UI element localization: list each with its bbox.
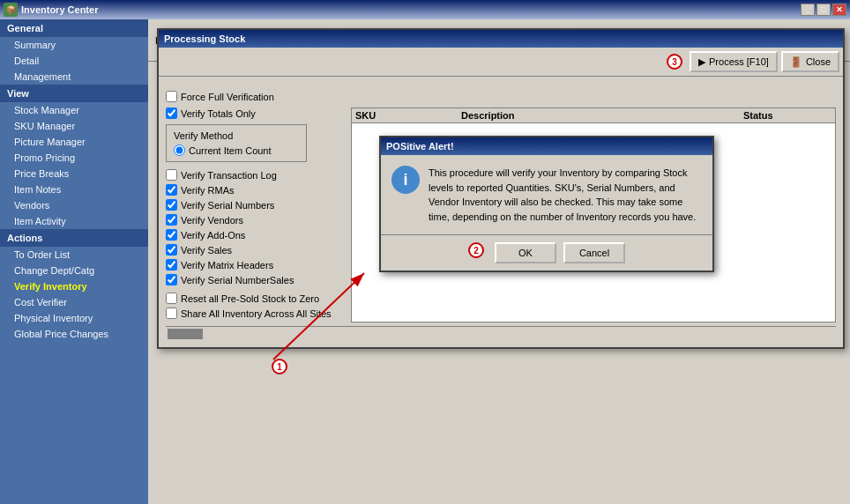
close-icon: 🚪 [790, 56, 802, 68]
verify-method-option-row: Current Item Count [174, 145, 299, 156]
sidebar-item-management[interactable]: Management [0, 69, 148, 85]
cb-verify-sales: Verify Sales [166, 244, 342, 256]
dialog-title: Processing Stock [159, 30, 843, 48]
current-item-count-radio[interactable] [174, 145, 185, 156]
step-3-indicator: 3 [667, 54, 682, 70]
cb-share-inventory: Share All Inventory Across All Sites [166, 308, 342, 319]
alert-buttons: 2 OK Cancel [381, 234, 712, 271]
window-controls[interactable]: _ □ ✕ [801, 4, 846, 16]
sidebar-actions-header: Actions [0, 229, 148, 247]
sidebar-item-change-dept[interactable]: Change Dept/Catg [0, 263, 148, 278]
verify-totals-label: Verify Totals Only [181, 108, 256, 119]
close-window-btn[interactable]: ✕ [832, 4, 846, 16]
verify-vendors-cb[interactable] [166, 214, 177, 226]
verify-serial-numbers-cb[interactable] [166, 199, 177, 211]
cb-verify-serial-numbers: Verify Serial Numbers [166, 199, 342, 211]
verify-totals-row: Verify Totals Only [166, 107, 342, 119]
cb-verify-serial-numbersales: Verify Serial NumberSales [166, 274, 342, 285]
verify-method-title: Verify Method [174, 130, 299, 141]
process-icon: ▶ [698, 56, 705, 68]
main-container: General Summary Detail Management View S… [0, 19, 850, 504]
content-area: Locate: Go ? ◁ ▷ AA ⊞ ⊟ ▦ □ ✉ Sell No. S… [148, 19, 850, 504]
sidebar-item-summary[interactable]: Summary [0, 37, 148, 53]
cb-verify-addons: Verify Add-Ons [166, 229, 342, 241]
table-header-row: SKU Description Status [352, 108, 835, 123]
sidebar-item-stock-manager[interactable]: Stock Manager [0, 102, 148, 118]
sidebar-item-vendors[interactable]: Vendors [0, 197, 148, 213]
cb-verify-rmas: Verify RMAs [166, 184, 342, 196]
reset-presold-cb[interactable] [166, 293, 177, 304]
app-title: Inventory Center [21, 4, 98, 15]
alert-info-icon: i [391, 166, 420, 194]
scrollbar-thumb[interactable] [168, 329, 203, 339]
verify-transaction-log-cb[interactable] [166, 169, 177, 181]
force-full-row: Force Full Verification [166, 91, 836, 102]
alert-message: This procedure will verify your Inventor… [429, 166, 702, 224]
col-status: Status [743, 110, 831, 121]
verify-sales-cb[interactable] [166, 244, 177, 256]
ok-button[interactable]: OK [495, 242, 556, 263]
alert-title-bar: POSitive Alert! [381, 137, 712, 155]
verify-serial-numbersales-cb[interactable] [166, 274, 177, 285]
cb-verify-vendors: Verify Vendors [166, 214, 342, 226]
sidebar-view-header: View [0, 85, 148, 102]
maximize-btn[interactable]: □ [816, 4, 831, 16]
verify-addons-cb[interactable] [166, 229, 177, 241]
left-panel: Verify Totals Only Verify Method Current… [166, 107, 342, 322]
alert-title: POSitive Alert! [386, 141, 454, 152]
sidebar-item-physical-inventory[interactable]: Physical Inventory [0, 310, 148, 326]
sidebar-item-sku-manager[interactable]: SKU Manager [0, 118, 148, 134]
close-button[interactable]: 🚪 Close [781, 51, 839, 72]
sidebar-item-cost-verifier[interactable]: Cost Verifier [0, 294, 148, 310]
force-full-label: Force Full Verification [181, 92, 274, 102]
checkboxes-list: Verify Transaction Log Verify RMAs Verif… [166, 169, 342, 319]
app-icon: 📦 [4, 3, 18, 17]
sidebar-item-picture-manager[interactable]: Picture Manager [0, 134, 148, 150]
verify-totals-checkbox[interactable] [166, 107, 177, 119]
share-inventory-cb[interactable] [166, 308, 177, 319]
positive-alert-dialog: POSitive Alert! i This procedure will ve… [379, 136, 714, 272]
processing-stock-dialog: Processing Stock 3 ▶ Process [F10] 🚪 Clo… [157, 28, 845, 349]
current-item-count-label: Current Item Count [189, 145, 272, 156]
horizontal-scrollbar[interactable] [166, 326, 836, 340]
alert-body: i This procedure will verify your Invent… [381, 155, 712, 234]
verify-method-group: Verify Method Current Item Count [166, 124, 307, 162]
sidebar-item-item-notes[interactable]: Item Notes [0, 182, 148, 197]
cancel-button[interactable]: Cancel [563, 242, 625, 263]
sidebar-general-header: General [0, 19, 148, 37]
cb-verify-transaction-log: Verify Transaction Log [166, 169, 342, 181]
verify-matrix-headers-cb[interactable] [166, 259, 177, 271]
col-sku: SKU [355, 110, 461, 121]
title-bar: 📦 Inventory Center _ □ ✕ [0, 0, 850, 19]
step-2-indicator: 2 [468, 242, 484, 258]
sidebar-item-verify-inventory[interactable]: Verify Inventory [0, 278, 148, 294]
sidebar-item-global-price-changes[interactable]: Global Price Changes [0, 326, 148, 342]
sidebar-item-detail[interactable]: Detail [0, 53, 148, 69]
minimize-btn[interactable]: _ [801, 4, 815, 16]
dialog-toolbar: 3 ▶ Process [F10] 🚪 Close [159, 48, 843, 77]
col-description: Description [461, 110, 743, 121]
sidebar-item-promo-pricing[interactable]: Promo Pricing [0, 150, 148, 166]
verify-rmas-cb[interactable] [166, 184, 177, 196]
cb-verify-matrix-headers: Verify Matrix Headers [166, 259, 342, 271]
sidebar-item-to-order-list[interactable]: To Order List [0, 247, 148, 263]
sidebar: General Summary Detail Management View S… [0, 19, 148, 504]
step-1-indicator: 1 [272, 359, 287, 374]
sidebar-item-item-activity[interactable]: Item Activity [0, 213, 148, 229]
process-button[interactable]: ▶ Process [F10] [690, 51, 778, 72]
cb-reset-presold: Reset all Pre-Sold Stock to Zero [166, 293, 342, 304]
force-full-checkbox[interactable] [166, 91, 177, 102]
sidebar-item-price-breaks[interactable]: Price Breaks [0, 166, 148, 182]
